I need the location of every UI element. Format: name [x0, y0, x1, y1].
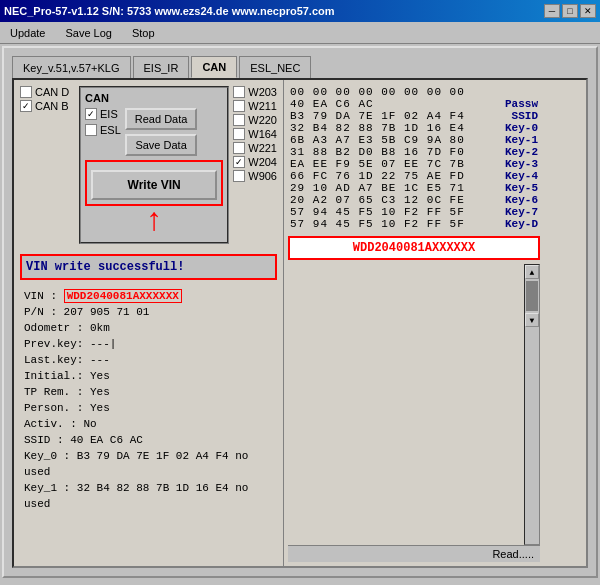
- hex-row-2: B3 79 DA 7E 1F 02 A4 F4 SSID: [290, 110, 538, 122]
- right-content-placeholder: [288, 264, 524, 545]
- log-k0-colon: :: [64, 450, 77, 462]
- hex-row-1: 40 EA C6 AC Passw: [290, 98, 538, 110]
- write-vin-wrapper: Write VIN: [85, 160, 223, 206]
- log-lastkey: Last.key: ---: [24, 352, 273, 368]
- log-last-label: Last.key: [24, 354, 77, 366]
- tab-can[interactable]: CAN: [191, 56, 237, 78]
- tab-esl-nec[interactable]: ESL_NEC: [239, 56, 311, 78]
- can-buttons: Read Data Save Data: [125, 108, 198, 156]
- w204-checkbox[interactable]: [233, 156, 245, 168]
- log-odo-colon: :: [77, 322, 90, 334]
- hex-lbl-6: Key-3: [493, 158, 538, 170]
- left-checkboxes: CAN D CAN B: [20, 86, 75, 244]
- log-pn: P/N : 207 905 71 01: [24, 304, 273, 320]
- w211-label: W211: [248, 100, 277, 112]
- log-act-label: Activ.: [24, 418, 70, 430]
- log-key0: Key_0 : B3 79 DA 7E 1F 02 A4 F4 no used: [24, 448, 273, 480]
- log-ssid-value: 40 EA C6 AC: [70, 434, 143, 446]
- hex-row-11: 57 94 45 F5 10 F2 FF 5F Key-D: [290, 218, 538, 230]
- scroll-thumb[interactable]: [526, 281, 538, 311]
- log-ssid: SSID : 40 EA C6 AC: [24, 432, 273, 448]
- log-prev-colon: :: [77, 338, 90, 350]
- right-scrollbar[interactable]: ▲ ▼: [524, 264, 540, 545]
- log-prev-value: ---|: [90, 338, 116, 350]
- log-key1: Key_1 : 32 B4 82 88 7B 1D 16 E4 no used: [24, 480, 273, 512]
- menu-stop[interactable]: Stop: [126, 25, 161, 41]
- log-line-vin: VIN : WDD2040081AXXXXXX: [24, 288, 273, 304]
- w211-checkbox[interactable]: [233, 100, 245, 112]
- w221-row: W221: [233, 142, 277, 154]
- hex-val-5: 31 88 B2 D0 B8 16 7D F0: [290, 146, 489, 158]
- menu-savelog[interactable]: Save Log: [59, 25, 117, 41]
- w204-row: W204: [233, 156, 277, 168]
- eis-row: EIS: [85, 108, 121, 120]
- log-tp-colon: :: [77, 386, 90, 398]
- w906-checkbox[interactable]: [233, 170, 245, 182]
- cand-checkbox[interactable]: [20, 86, 32, 98]
- menu-update[interactable]: Update: [4, 25, 51, 41]
- log-odo-label: Odometr: [24, 322, 77, 334]
- hex-val-6: EA EE F9 5E 07 EE 7C 7B: [290, 158, 489, 170]
- hex-row-7: 66 FC 76 1D 22 75 AE FD Key-4: [290, 170, 538, 182]
- can-control-box: CAN EIS ESL: [79, 86, 229, 244]
- read-status-bar: Read.....: [288, 545, 540, 562]
- w906-row: W906: [233, 170, 277, 182]
- hex-val-4: 6B A3 A7 E3 5B C9 9A 80: [290, 134, 489, 146]
- log-init-label: Initial.: [24, 370, 77, 382]
- log-tp-label: TP Rem.: [24, 386, 77, 398]
- minimize-button[interactable]: ─: [544, 4, 560, 18]
- log-initial: Initial.: Yes: [24, 368, 273, 384]
- log-odometr: Odometr : 0km: [24, 320, 273, 336]
- save-data-button[interactable]: Save Data: [125, 134, 198, 156]
- hex-data-grid: 00 00 00 00 00 00 00 00 40 EA C6 AC Pass…: [288, 84, 540, 232]
- tab-bar: Key_v.51,v.57+KLG EIS_IR CAN ESL_NEC: [8, 52, 592, 78]
- close-button[interactable]: ✕: [580, 4, 596, 18]
- hex-row-3: 32 B4 82 88 7B 1D 16 E4 Key-0: [290, 122, 538, 134]
- hex-lbl-7: Key-4: [493, 170, 538, 182]
- log-prevkey: Prev.key: ---|: [24, 336, 273, 352]
- can-inner: EIS ESL Read Data Save Data: [85, 108, 223, 156]
- esl-checkbox[interactable]: [85, 124, 97, 136]
- scroll-down-button[interactable]: ▼: [525, 313, 539, 327]
- menu-bar: Update Save Log Stop: [0, 22, 600, 44]
- canb-row: CAN B: [20, 100, 75, 112]
- log-act-colon: :: [70, 418, 83, 430]
- tab-key[interactable]: Key_v.51,v.57+KLG: [12, 56, 131, 78]
- log-person: Person. : Yes: [24, 400, 273, 416]
- w221-checkbox[interactable]: [233, 142, 245, 154]
- hex-lbl-11: Key-D: [493, 218, 538, 230]
- hex-val-1: 40 EA C6 AC: [290, 98, 489, 110]
- log-tprem: TP Rem. : Yes: [24, 384, 273, 400]
- w220-label: W220: [248, 114, 277, 126]
- cand-label: CAN D: [35, 86, 69, 98]
- log-vin-label: VIN: [24, 290, 44, 302]
- w164-row: W164: [233, 128, 277, 140]
- w906-label: W906: [248, 170, 277, 182]
- hex-val-0: 00 00 00 00 00 00 00 00: [290, 86, 489, 98]
- hex-lbl-8: Key-5: [493, 182, 538, 194]
- eis-checkbox[interactable]: [85, 108, 97, 120]
- log-tp-value: Yes: [90, 386, 110, 398]
- log-k1-colon: :: [64, 482, 77, 494]
- title-bar: NEC_Pro-57-v1.12 S/N: 5733 www.ezs24.de …: [0, 0, 600, 22]
- w204-label: W204: [248, 156, 277, 168]
- w220-checkbox[interactable]: [233, 114, 245, 126]
- right-scroll-area: ▲ ▼: [288, 264, 540, 545]
- title-bar-text: NEC_Pro-57-v1.12 S/N: 5733 www.ezs24.de …: [4, 5, 335, 17]
- hex-val-11: 57 94 45 F5 10 F2 FF 5F: [290, 218, 489, 230]
- maximize-button[interactable]: □: [562, 4, 578, 18]
- write-vin-button[interactable]: Write VIN: [91, 170, 217, 200]
- hex-row-5: 31 88 B2 D0 B8 16 7D F0 Key-2: [290, 146, 538, 158]
- tab-eis-ir[interactable]: EIS_IR: [133, 56, 190, 78]
- w203-checkbox[interactable]: [233, 86, 245, 98]
- log-pn-value: 207 905 71 01: [64, 306, 150, 318]
- hex-val-2: B3 79 DA 7E 1F 02 A4 F4: [290, 110, 489, 122]
- read-data-button[interactable]: Read Data: [125, 108, 198, 130]
- hex-val-8: 29 10 AD A7 BE 1C E5 71: [290, 182, 489, 194]
- w164-checkbox[interactable]: [233, 128, 245, 140]
- canb-checkbox[interactable]: [20, 100, 32, 112]
- title-bar-controls: ─ □ ✕: [544, 4, 596, 18]
- model-list: W203 W211 W220 W164: [233, 86, 277, 244]
- vin-display-box: WDD2040081AXXXXXX: [288, 236, 540, 260]
- scroll-up-button[interactable]: ▲: [525, 265, 539, 279]
